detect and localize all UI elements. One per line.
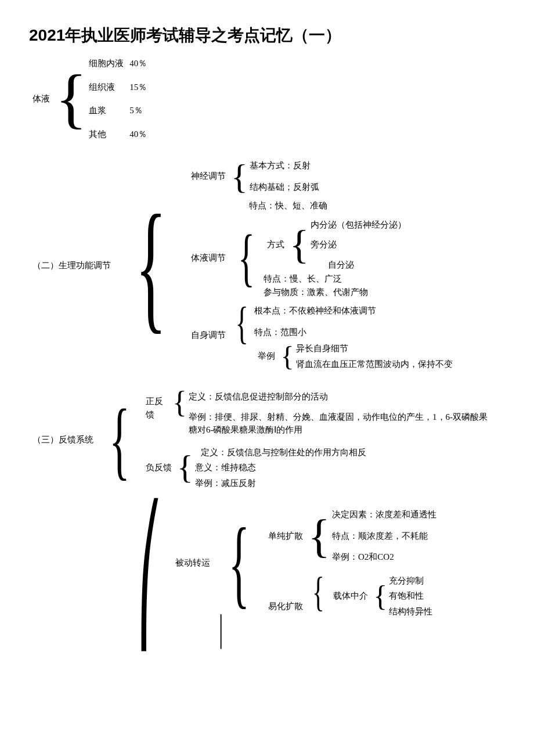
item-value: 40％	[129, 57, 147, 70]
brace-icon: {	[228, 519, 250, 607]
item-value: 15％	[129, 81, 147, 94]
branch-label: 负反馈	[142, 459, 175, 477]
leaf-text: 特点：范围小	[254, 325, 452, 340]
section-feedback: （三）反馈系统 { 正反馈 { 定义：反馈信息促进控制部分的活动 举例：排便、排…	[29, 389, 505, 491]
leaf-text: 特点：慢、长、广泛	[264, 272, 407, 286]
leaf-text: 有饱和性	[389, 588, 432, 604]
brace-icon: {	[237, 229, 255, 286]
leaf-text: 特点：快、短、准确	[249, 199, 453, 213]
brace-icon: {	[135, 200, 168, 331]
item-value: 5％	[129, 104, 143, 117]
branch-label: 神经调节	[187, 167, 229, 185]
item-value: 40％	[129, 128, 147, 141]
leaf-text: 举例：O2和CO2	[332, 549, 436, 565]
leaf-text: 自分泌	[328, 257, 406, 273]
root-label: （二）生理功能调节	[29, 257, 114, 275]
leaf-text: 特点：顺浓度差，不耗能	[332, 528, 436, 544]
branch-label: 体液调节	[187, 249, 229, 267]
continuation-icon: ⎜	[219, 619, 226, 645]
sub-label: 易化扩散	[265, 597, 306, 615]
item-label: 细胞内液	[89, 57, 129, 70]
leaf-text: 异长自身细节	[296, 341, 453, 357]
leaf-text: 举例：排便、排尿、射精、分娩、血液凝固，动作电位的产生，1，6-双磷酸果糖对6-…	[189, 409, 490, 438]
sub-label: 举例	[254, 347, 279, 365]
brace-icon: {	[306, 515, 332, 557]
leaf-text: 举例：减压反射	[195, 476, 366, 491]
leaf-text: 旁分泌	[311, 237, 406, 253]
branch-label: 被动转运	[172, 554, 214, 572]
leaf-text: 内分泌（包括神经分泌）	[311, 217, 406, 233]
brace-icon: {	[175, 452, 195, 483]
root-label: 体液	[29, 90, 53, 108]
leaf-text: 结构基础；反射弧	[250, 179, 319, 195]
leaf-text: 肾血流在血压正常范围波动内，保持不变	[296, 357, 453, 372]
item-label: 组织液	[89, 81, 129, 94]
brace-icon: ⎛	[136, 519, 163, 633]
brace-icon: {	[53, 69, 89, 129]
brace-icon: {	[279, 344, 295, 369]
branch-label: 自身调节	[187, 326, 229, 344]
leaf-text: 决定因素：浓度差和通透性	[332, 507, 436, 523]
page-title: 2021年执业医师考试辅导之考点记忆（一）	[29, 23, 505, 48]
sub-label: 载体中介	[330, 587, 371, 605]
leaf-text: 定义：反馈信息促进控制部分的活动	[189, 389, 490, 405]
leaf-text: 结构特异性	[389, 604, 432, 620]
item-label: 血浆	[89, 104, 129, 117]
section-regulation: （二）生理功能调节 { 神经调节 { 基本方式：反射 结构基础；反射弧 特点：快…	[29, 158, 505, 373]
brace-icon: {	[371, 583, 389, 609]
leaf-text: 定义：反馈信息与控制住处的作用方向相反	[201, 445, 366, 460]
leaf-text: 参与物质：激素、代谢产物	[264, 286, 407, 299]
leaf-text: 充分抑制	[389, 573, 432, 589]
root-label: （三）反馈系统	[29, 431, 97, 449]
leaf-text: 根本点：不依赖神经和体液调节	[254, 303, 452, 319]
section-body-fluid: 体液 { 细胞内液40％ 组织液15％ 血浆5％ 其他40％	[29, 56, 505, 142]
sub-label: 单纯扩散	[265, 527, 306, 545]
brace-icon: {	[109, 401, 131, 479]
brace-icon: {	[234, 303, 250, 344]
leaf-text: 意义：维持稳态	[195, 460, 366, 476]
brace-icon: {	[311, 573, 325, 611]
leaf-text: 基本方式：反射	[250, 158, 319, 174]
sub-label: 方式	[264, 236, 288, 254]
brace-icon: {	[288, 226, 311, 263]
section-transport: ⎛ 被动转运 { 单纯扩散 { 决定因素：浓度差和通透性 特点：顺浓度差，不耗能…	[29, 507, 505, 645]
item-label: 其他	[89, 128, 129, 141]
brace-icon: {	[171, 389, 189, 416]
brace-icon: {	[229, 161, 250, 192]
branch-label: 正反馈	[142, 389, 171, 423]
